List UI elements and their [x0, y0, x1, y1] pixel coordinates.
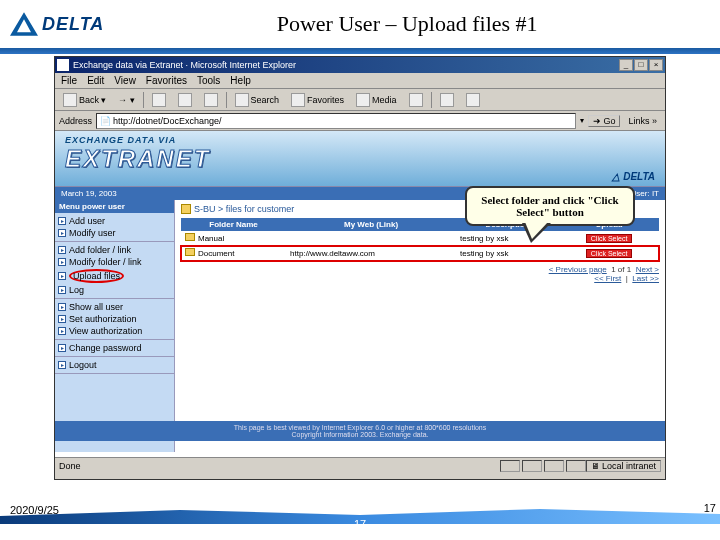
pager-last[interactable]: Last >>	[632, 274, 659, 283]
slide-footer: 2020/9/25 17 17 Delta Confidential	[0, 504, 720, 540]
address-input[interactable]: 📄 http://dotnet/DocExchange/	[96, 113, 576, 129]
footer-date: 2020/9/25	[10, 504, 59, 516]
mail-icon	[440, 93, 454, 107]
history-button[interactable]	[405, 92, 427, 108]
menu-tools[interactable]: Tools	[197, 75, 220, 86]
address-value: http://dotnet/DocExchange/	[113, 116, 222, 126]
sidebar-item[interactable]: ▸Show all user	[55, 301, 174, 313]
home-button[interactable]	[200, 92, 222, 108]
favorites-button[interactable]: Favorites	[287, 92, 348, 108]
sidebar-header: Menu power user	[55, 200, 174, 213]
search-icon	[235, 93, 249, 107]
ie-addressbar: Address 📄 http://dotnet/DocExchange/ ▾ ➜…	[55, 111, 665, 131]
delta-logo-text: DELTA	[42, 14, 104, 35]
sidebar-item[interactable]: ▸View authorization	[55, 325, 174, 337]
sidebar-item[interactable]: ▸Modify user	[55, 227, 174, 239]
minimize-button[interactable]: _	[619, 59, 633, 71]
sidebar-item[interactable]: ▸Add user	[55, 215, 174, 227]
menu-favorites[interactable]: Favorites	[146, 75, 187, 86]
toolbar-sep	[226, 92, 227, 108]
print-button[interactable]	[462, 92, 484, 108]
bullet-icon: ▸	[58, 217, 66, 225]
search-button[interactable]: Search	[231, 92, 284, 108]
go-button[interactable]: ➜ Go	[588, 115, 620, 127]
status-zone: 🖥 Local intranet	[586, 460, 661, 472]
delta-logo: DELTA	[10, 12, 104, 36]
ie-toolbar: Back ▾ → ▾ Search Favorites Media	[55, 89, 665, 111]
pager-next[interactable]: Next >	[636, 265, 659, 274]
link-cell	[286, 231, 456, 246]
refresh-icon	[178, 93, 192, 107]
status-box	[500, 460, 520, 472]
maximize-button[interactable]: □	[634, 59, 648, 71]
slide-header: DELTA Power User – Upload files #1	[0, 0, 720, 48]
links-label[interactable]: Links »	[624, 116, 661, 126]
sidebar-item[interactable]: ▸Log	[55, 284, 174, 296]
stop-button[interactable]	[148, 92, 170, 108]
sidebar-item[interactable]: ▸Change password	[55, 342, 174, 354]
status-box	[544, 460, 564, 472]
sidebar-item[interactable]: ▸Add folder / link	[55, 244, 174, 256]
mail-button[interactable]	[436, 92, 458, 108]
column-header: Folder Name	[181, 218, 286, 231]
sidebar-item[interactable]: ▸Logout	[55, 359, 174, 371]
sidebar-item[interactable]: ▸Modify folder / link	[55, 256, 174, 268]
sidebar-item[interactable]: ▸Set authorization	[55, 313, 174, 325]
ie-window: Exchange data via Extranet · Microsoft I…	[54, 56, 666, 480]
page-footer: This page is best viewed by Internet Exp…	[55, 421, 665, 441]
sidebar-item-label: Set authorization	[69, 314, 137, 324]
click-select-button[interactable]: Click Select	[586, 234, 633, 243]
bullet-icon: ▸	[58, 272, 66, 280]
slide-title: Power User – Upload files #1	[104, 11, 710, 37]
header-underline	[0, 48, 720, 54]
status-box	[566, 460, 586, 472]
ie-statusbar: Done 🖥 Local intranet	[55, 457, 665, 473]
page-number-center: 17	[354, 518, 366, 530]
click-select-button[interactable]: Click Select	[586, 249, 633, 258]
media-label: Media	[372, 95, 397, 105]
close-button[interactable]: ×	[649, 59, 663, 71]
desc-cell: testing by xsk	[456, 246, 559, 261]
history-icon	[409, 93, 423, 107]
confidential-label: Delta Confidential	[651, 530, 714, 539]
menu-edit[interactable]: Edit	[87, 75, 104, 86]
sidebar-item-label: Add folder / link	[69, 245, 131, 255]
callout-text: Select folder and click "Click Select" b…	[481, 194, 618, 218]
sidebar-item-label: Modify user	[69, 228, 116, 238]
sidebar-item-label: Modify folder / link	[69, 257, 142, 267]
sidebar-item[interactable]: ▸Upload files	[55, 268, 174, 284]
zone-text: Local intranet	[602, 461, 656, 471]
page-content: EXCHANGE DATA VIA EXTRANET △ DELTA March…	[55, 131, 665, 457]
sidebar-item-label: Log	[69, 285, 84, 295]
refresh-button[interactable]	[174, 92, 196, 108]
ie-app-icon	[57, 59, 69, 71]
sidebar-item-label: Upload files	[73, 271, 120, 281]
go-label: Go	[603, 116, 615, 126]
menu-file[interactable]: File	[61, 75, 77, 86]
bullet-icon: ▸	[58, 258, 66, 266]
folder-icon	[185, 248, 195, 256]
window-controls: _ □ ×	[619, 59, 663, 71]
upload-cell: Click Select	[559, 231, 659, 246]
back-button[interactable]: Back ▾	[59, 92, 110, 108]
media-icon	[356, 93, 370, 107]
forward-button[interactable]: → ▾	[114, 94, 139, 106]
menu-view[interactable]: View	[114, 75, 136, 86]
star-icon	[291, 93, 305, 107]
address-label: Address	[59, 116, 92, 126]
bullet-icon: ▸	[58, 229, 66, 237]
bullet-icon: ▸	[58, 246, 66, 254]
main-panel: Select folder and click "Click Select" b…	[175, 200, 665, 452]
bullet-icon: ▸	[58, 327, 66, 335]
sidebar: Menu power user ▸Add user▸Modify user▸Ad…	[55, 200, 175, 452]
menu-help[interactable]: Help	[230, 75, 251, 86]
go-icon: ➜	[593, 116, 601, 126]
bullet-icon: ▸	[58, 361, 66, 369]
upload-cell: Click Select	[559, 246, 659, 261]
media-button[interactable]: Media	[352, 92, 401, 108]
pager-first[interactable]: << First	[594, 274, 621, 283]
page-icon: 📄	[100, 116, 111, 126]
pager-prev[interactable]: < Previous page	[549, 265, 607, 274]
folder-icon	[185, 233, 195, 241]
breadcrumb-text: S-BU > files for customer	[194, 204, 294, 214]
